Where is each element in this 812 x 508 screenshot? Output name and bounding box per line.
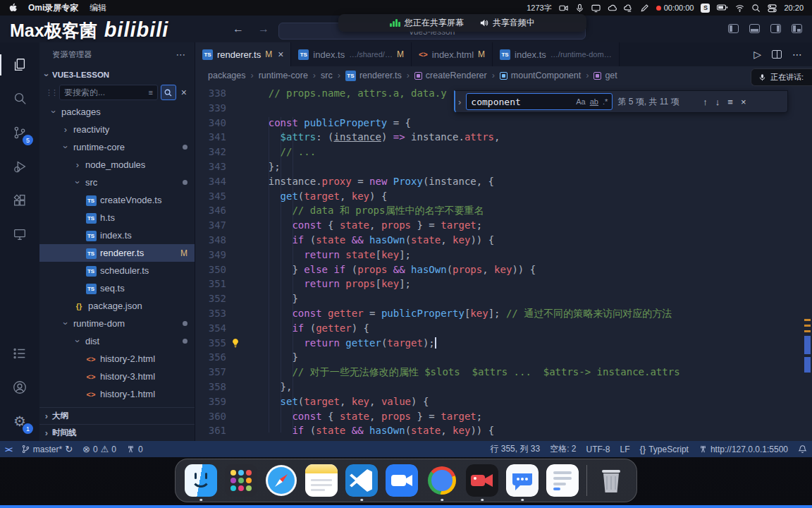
- tab-close-icon[interactable]: ×: [278, 49, 283, 60]
- dock-meeting-icon[interactable]: [386, 464, 418, 497]
- code-text[interactable]: state[key] = value;: [245, 438, 812, 441]
- code-text[interactable]: }: [245, 291, 812, 306]
- sidebar-more-icon[interactable]: ⋯: [176, 49, 186, 60]
- tree-item-history-3.html[interactable]: <>history-3.html: [39, 368, 195, 385]
- code-text[interactable]: return props[key];: [245, 277, 812, 291]
- tree-item-seq.ts[interactable]: TSseq.ts: [39, 279, 195, 297]
- tab-index.html[interactable]: <>index.htmlM: [412, 42, 493, 66]
- eol[interactable]: LF: [615, 441, 635, 457]
- code-text[interactable]: const { state, props } = target;: [245, 409, 812, 424]
- code-text[interactable]: },: [245, 380, 812, 394]
- tree-item-index.ts[interactable]: TSindex.ts: [39, 226, 195, 244]
- settings-gear-icon[interactable]: ⚙1: [0, 404, 39, 438]
- code-editor[interactable]: 338 // props.name, attrs.a, data.y339340…: [195, 85, 812, 441]
- customize-layout-icon[interactable]: [792, 24, 802, 33]
- indent-setting[interactable]: 空格: 2: [545, 441, 581, 457]
- wifi-icon[interactable]: [735, 4, 744, 13]
- tree-item-reactivity[interactable]: ›reactivity: [39, 121, 195, 138]
- pencil-icon[interactable]: [640, 4, 649, 13]
- tree-filter-input[interactable]: 要搜索的... ≡: [59, 85, 158, 100]
- apple-menu-icon[interactable]: [8, 3, 17, 13]
- source-control-icon[interactable]: 5: [0, 116, 39, 150]
- editor-more-icon[interactable]: ⋯: [792, 49, 802, 60]
- code-text[interactable]: return getter(target);: [245, 336, 812, 351]
- tree-item-scheduler.ts[interactable]: TSscheduler.ts: [39, 262, 195, 279]
- drag-grip-icon[interactable]: ⋮⋮: [45, 88, 56, 97]
- tab-index.ts[interactable]: TSindex.ts…/runtime-dom…: [493, 42, 620, 66]
- language-mode[interactable]: {}TypeScript: [635, 441, 694, 457]
- breadcrumb-createRenderer[interactable]: createRenderer: [414, 71, 487, 80]
- s-app-icon[interactable]: S: [701, 4, 710, 13]
- git-branch-item[interactable]: master*↻: [16, 441, 78, 457]
- find-input[interactable]: component Aa ab .*: [466, 93, 613, 110]
- code-text[interactable]: if (state && hasOwn(state, key)) {: [245, 233, 812, 248]
- tree-item-packages[interactable]: ›packages: [39, 103, 195, 121]
- breadcrumb-src[interactable]: src: [321, 71, 333, 80]
- search-icon[interactable]: [751, 4, 761, 13]
- dock-safari-icon[interactable]: [265, 464, 297, 497]
- notifications-bell-icon[interactable]: [793, 441, 812, 457]
- breadcrumb-renderer.ts[interactable]: TSrenderer.ts: [345, 71, 402, 81]
- split-editor-icon[interactable]: [772, 50, 782, 59]
- problems-item[interactable]: ⊗0⚠0: [78, 441, 121, 457]
- code-text[interactable]: // ...: [245, 145, 812, 159]
- dock-chat-icon[interactable]: [506, 464, 539, 497]
- account-icon[interactable]: [0, 370, 39, 404]
- code-text[interactable]: if (getter) {: [245, 321, 812, 336]
- tree-item-createVnode.ts[interactable]: TScreateVnode.ts: [39, 191, 195, 209]
- sync-icon[interactable]: ↻: [65, 444, 73, 454]
- toggle-secondary-sidebar-icon[interactable]: [770, 24, 781, 33]
- code-text[interactable]: // data 和 props属性中的名字不要重名: [245, 203, 812, 218]
- code-text[interactable]: instance.proxy = new Proxy(instance, {: [245, 174, 812, 189]
- filter-icon[interactable]: ≡: [148, 88, 152, 97]
- ports-item[interactable]: 0: [121, 441, 148, 457]
- mic-icon[interactable]: [575, 4, 584, 13]
- display-icon[interactable]: [591, 4, 601, 13]
- tree-item-runtime-dom[interactable]: ›runtime-dom: [39, 315, 195, 332]
- tree-item-h.ts[interactable]: TSh.ts: [39, 209, 195, 226]
- tab-renderer.ts[interactable]: TSrenderer.tsM×: [195, 42, 291, 66]
- dock-docs-icon[interactable]: [546, 464, 579, 497]
- live-server-item[interactable]: http://127.0.0.1:5500: [694, 441, 793, 457]
- dock-recorder-icon[interactable]: [466, 464, 498, 497]
- menubar-menu-edit[interactable]: 编辑: [90, 2, 106, 14]
- timeline-section[interactable]: › 时间线: [39, 424, 195, 441]
- code-text[interactable]: get(target, key) {: [245, 189, 812, 204]
- project-section-header[interactable]: › VUE3-LESSON: [39, 66, 195, 83]
- tree-item-src[interactable]: ›src: [39, 174, 195, 191]
- run-debug-icon[interactable]: [0, 150, 39, 183]
- cursor-position[interactable]: 行 355, 列 33: [485, 441, 545, 457]
- breadcrumb-packages[interactable]: packages: [208, 71, 246, 80]
- fuzzy-search-button[interactable]: [161, 85, 176, 100]
- encoding[interactable]: UTF-8: [582, 441, 615, 457]
- outline-section[interactable]: › 大纲: [39, 407, 195, 424]
- code-text[interactable]: }: [245, 350, 812, 365]
- breadcrumb-get[interactable]: get: [593, 71, 617, 80]
- code-text[interactable]: const publicProperty = {: [245, 116, 812, 131]
- remote-explorer-icon[interactable]: [0, 217, 39, 251]
- tree-item-runtime-core[interactable]: ›runtime-core: [39, 138, 195, 156]
- code-text[interactable]: // 对于一些无法修改的属性 $slots $attrs ... $attrs-…: [245, 365, 812, 380]
- dock-finder-icon[interactable]: [185, 464, 217, 497]
- find-prev-icon[interactable]: ↑: [701, 97, 709, 107]
- tree-item-history-2.html[interactable]: <>history-2.html: [39, 350, 195, 368]
- cloud-icon[interactable]: [608, 4, 617, 13]
- filter-close-icon[interactable]: ×: [179, 87, 189, 98]
- lightbulb-icon[interactable]: [230, 338, 240, 348]
- breadcrumb-runtime-core[interactable]: runtime-core: [259, 71, 308, 80]
- tree-item-node_modules[interactable]: ›node_modules: [39, 156, 195, 174]
- toggle-sidebar-icon[interactable]: [728, 24, 739, 33]
- tree-item-history-1.html[interactable]: <>history-1.html: [39, 385, 195, 403]
- nav-forward-icon[interactable]: →: [258, 23, 269, 35]
- code-text[interactable]: } else if (props && hasOwn(props, key)) …: [245, 262, 812, 277]
- code-text[interactable]: $attrs: (instance) => instance.attrs,: [245, 130, 812, 145]
- menubar-clock[interactable]: 20:20: [784, 4, 804, 12]
- explorer-icon[interactable]: [0, 48, 39, 82]
- control-center-icon[interactable]: [768, 4, 777, 13]
- match-case-toggle[interactable]: Aa: [576, 97, 585, 106]
- dock-notes-icon[interactable]: [305, 464, 338, 497]
- dock-vscode-icon[interactable]: [345, 464, 378, 497]
- code-text[interactable]: const getter = publicProperty[key]; // 通…: [245, 306, 812, 321]
- regex-toggle[interactable]: .*: [603, 97, 608, 106]
- menubar-app-name[interactable]: Omi录屏专家: [28, 2, 78, 14]
